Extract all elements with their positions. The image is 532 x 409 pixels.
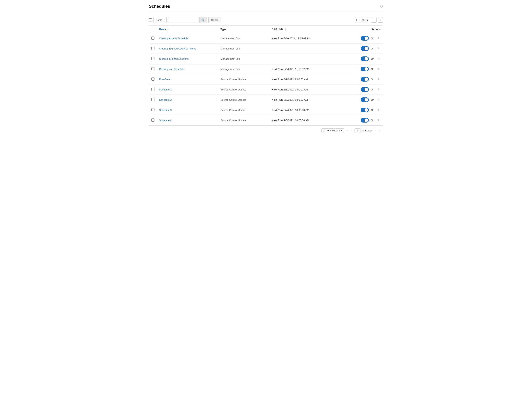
toolbar: Name ▾ 🔍 Delete 1 – 9 of 9 ▾ ‹ bbox=[149, 17, 383, 23]
row-name-link[interactable]: Schedule 4 bbox=[159, 119, 172, 122]
toggle-wrapper: On✎ bbox=[346, 56, 381, 61]
row-name-link[interactable]: Schedule 1 bbox=[159, 88, 172, 91]
row-name-link[interactable]: Run Once bbox=[159, 78, 170, 81]
table-row: Run OnceSource Control UpdateNext Run8/9… bbox=[149, 74, 383, 84]
col-header-name[interactable]: Name ↑ bbox=[157, 26, 218, 33]
row-nextrun-cell bbox=[269, 44, 343, 54]
row-checkbox[interactable] bbox=[151, 98, 154, 101]
toggle-slider bbox=[361, 97, 369, 102]
row-checkbox-cell bbox=[149, 84, 157, 95]
row-checkbox-cell bbox=[149, 33, 157, 44]
toggle-wrapper: On✎ bbox=[346, 97, 381, 102]
row-actions-cell: On✎ bbox=[343, 74, 383, 84]
edit-button[interactable]: ✎ bbox=[377, 46, 381, 51]
table-row: Schedule 3Source Control UpdateNext Run8… bbox=[149, 105, 383, 115]
toggle-on-label: On bbox=[370, 68, 374, 71]
edit-button[interactable]: ✎ bbox=[377, 108, 381, 112]
row-type-cell: Management Job bbox=[218, 33, 270, 44]
toggle-wrapper: On✎ bbox=[346, 67, 381, 71]
row-nextrun-label: Next Run bbox=[272, 37, 283, 40]
row-name-link[interactable]: Cleanup Activity Schedule bbox=[159, 37, 188, 40]
row-name-cell: Schedule 1 bbox=[157, 84, 218, 95]
toggle[interactable] bbox=[361, 87, 369, 92]
toggle[interactable] bbox=[361, 118, 369, 122]
row-actions-cell: On✎ bbox=[343, 64, 383, 74]
chevron-down-icon: ▾ bbox=[341, 129, 343, 132]
footer-last-button[interactable]: » bbox=[378, 128, 382, 133]
row-nextrun-value: 8/8/2021, 11:15:02 AM bbox=[284, 68, 309, 71]
toggle[interactable] bbox=[361, 77, 369, 82]
page-range-dropdown[interactable]: 1 – 9 of 9 ▾ bbox=[354, 18, 370, 22]
row-name-link[interactable]: Cleanup Job Schedule bbox=[159, 68, 184, 71]
edit-button[interactable]: ✎ bbox=[377, 77, 381, 81]
row-checkbox[interactable] bbox=[151, 119, 154, 121]
page-title: Schedules bbox=[149, 4, 170, 9]
toggle[interactable] bbox=[361, 108, 369, 112]
edit-button[interactable]: ✎ bbox=[377, 87, 381, 92]
toggle-slider bbox=[361, 108, 369, 112]
footer-of-page: of 1 page bbox=[362, 129, 372, 132]
row-name-link[interactable]: Schedule 3 bbox=[159, 109, 172, 112]
row-actions-cell: On✎ bbox=[343, 95, 383, 105]
table-row: Cleanup Expired OAuth 2 TokensManagement… bbox=[149, 44, 383, 54]
edit-button[interactable]: ✎ bbox=[377, 36, 381, 40]
col-nextrun-label: Next Run bbox=[272, 28, 283, 30]
row-checkbox[interactable] bbox=[151, 77, 154, 81]
edit-button[interactable]: ✎ bbox=[377, 98, 381, 102]
table-header: Name ↑ Type Next Run | Actions bbox=[149, 26, 383, 33]
row-nextrun-cell bbox=[269, 54, 343, 64]
row-nextrun-value: 8/9/2021, 8:00:00 AM bbox=[284, 78, 308, 81]
chevron-left-icon: ‹ bbox=[373, 19, 374, 21]
row-checkbox[interactable] bbox=[151, 108, 154, 111]
page-header: Schedules ↺ bbox=[149, 4, 383, 12]
toggle[interactable] bbox=[361, 67, 369, 71]
edit-button[interactable]: ✎ bbox=[377, 57, 381, 61]
row-actions-cell: On✎ bbox=[343, 44, 383, 54]
row-name-link[interactable]: Cleanup Expired OAuth 2 Tokens bbox=[159, 47, 196, 50]
delete-button[interactable]: Delete bbox=[208, 17, 222, 23]
row-nextrun-label: Next Run bbox=[272, 88, 283, 91]
toggle-slider bbox=[361, 87, 369, 92]
row-checkbox-cell bbox=[149, 54, 157, 64]
row-nextrun-value: 8/8/2021, 3:00:00 AM bbox=[284, 88, 308, 91]
toggle[interactable] bbox=[361, 36, 369, 41]
row-actions-cell: On✎ bbox=[343, 105, 383, 115]
select-all-checkbox[interactable] bbox=[149, 18, 152, 21]
toggle-on-label: On bbox=[370, 78, 374, 81]
row-checkbox[interactable] bbox=[151, 57, 154, 60]
footer-page-select[interactable]: 1 – 9 of 9 items ▾ bbox=[321, 128, 344, 133]
row-name-cell: Schedule 3 bbox=[157, 105, 218, 115]
row-nextrun-cell: Next Run8/8/2021, 8:00:00 AM bbox=[269, 95, 343, 105]
row-name-link[interactable]: Cleanup Expired Sessions bbox=[159, 57, 188, 60]
toggle[interactable] bbox=[361, 46, 369, 51]
filter-dropdown[interactable]: Name ▾ bbox=[153, 17, 167, 23]
row-checkbox[interactable] bbox=[151, 88, 154, 91]
search-input[interactable] bbox=[168, 18, 199, 22]
row-checkbox-cell bbox=[149, 105, 157, 115]
row-checkbox[interactable] bbox=[151, 37, 154, 40]
toggle-on-label: On bbox=[370, 109, 374, 112]
footer-first-button[interactable]: « bbox=[345, 128, 349, 133]
toggle-slider bbox=[361, 118, 369, 122]
footer-next-button[interactable]: › bbox=[373, 128, 377, 133]
table-body: Cleanup Activity ScheduleManagement JobN… bbox=[149, 33, 383, 125]
toggle[interactable] bbox=[361, 56, 369, 61]
edit-button[interactable]: ✎ bbox=[377, 118, 381, 122]
search-button[interactable]: 🔍 bbox=[199, 17, 207, 23]
next-page-button[interactable]: › bbox=[378, 17, 383, 23]
prev-page-button[interactable]: ‹ bbox=[371, 17, 377, 23]
edit-button[interactable]: ✎ bbox=[377, 67, 381, 71]
row-name-cell: Schedule 2 bbox=[157, 95, 218, 105]
footer-prev-button[interactable]: ‹ bbox=[350, 128, 353, 133]
toggle-slider bbox=[361, 67, 369, 71]
row-nextrun-cell: Next Run8/10/2021, 11:15:02 AM bbox=[269, 33, 343, 44]
toggle-wrapper: On✎ bbox=[346, 77, 381, 82]
toggle[interactable] bbox=[361, 97, 369, 102]
row-checkbox-cell bbox=[149, 64, 157, 74]
col-name-label: Name bbox=[159, 28, 166, 31]
row-name-link[interactable]: Schedule 2 bbox=[159, 98, 172, 101]
footer-page-input[interactable] bbox=[355, 128, 361, 133]
row-checkbox[interactable] bbox=[151, 67, 154, 70]
history-icon[interactable]: ↺ bbox=[380, 4, 383, 9]
row-checkbox[interactable] bbox=[151, 47, 154, 50]
